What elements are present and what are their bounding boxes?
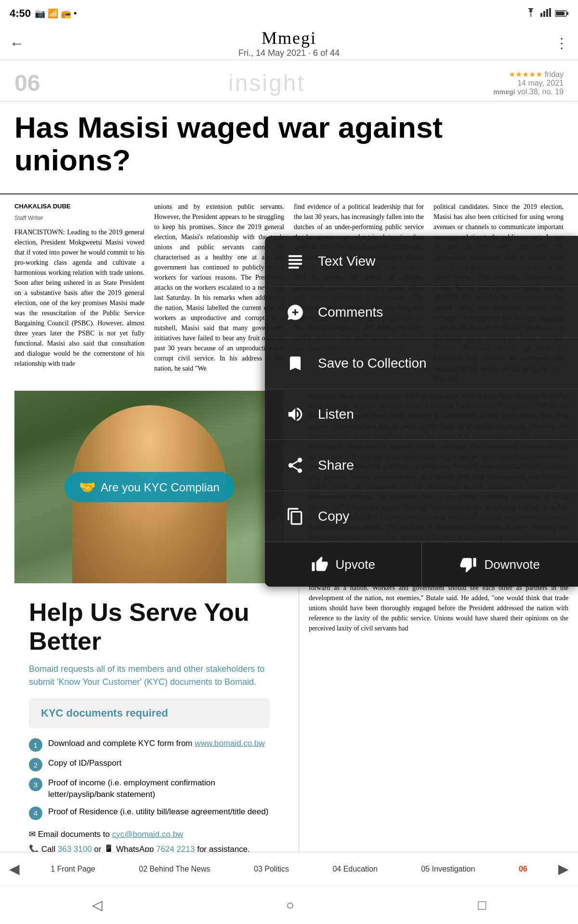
svg-rect-8 <box>288 255 302 257</box>
page-tab-1[interactable]: 1 Front Page <box>47 862 99 876</box>
bookmark-icon <box>284 352 306 374</box>
copy-icon <box>284 505 306 527</box>
share-label: Share <box>318 458 354 473</box>
kyc-item-2: Copy of ID/Passport <box>48 757 121 769</box>
kyc-section: Help Us Serve You Better Bomaid requests… <box>14 583 284 866</box>
svg-rect-6 <box>556 12 565 15</box>
downvote-button[interactable]: Downvote <box>422 542 578 587</box>
headline-section: Has Masisi waged war against unions? <box>0 102 578 194</box>
pub-name: mmegi <box>493 88 515 96</box>
kyc-email-line: ✉ Email documents to cyc@bomaid.co.bw <box>29 827 270 842</box>
article-headline: Has Masisi waged war against unions? <box>14 111 564 177</box>
svg-rect-3 <box>546 9 548 17</box>
page-tab-6[interactable]: 06 <box>515 862 531 876</box>
svg-rect-4 <box>549 8 551 17</box>
android-nav: ◁ ○ □ <box>0 886 578 924</box>
page-tab-2[interactable]: 02 Behind The News <box>135 862 214 876</box>
battery-icon <box>555 7 568 20</box>
dropdown-menu: Text View Comments Save to Collection <box>265 236 578 587</box>
svg-point-0 <box>530 15 532 16</box>
author-name: CHAKALISA DUBE <box>14 202 144 211</box>
article-col-1: CHAKALISA DUBE Staff Writer FRANCISTOWN:… <box>14 202 144 384</box>
page-tab-3[interactable]: 03 Politics <box>250 862 293 876</box>
kyc-headline: Help Us Serve You Better <box>29 598 270 655</box>
status-left: 4:50 📷 📶 📻 • <box>10 7 77 20</box>
kyc-email-link[interactable]: cyc@bomaid.co.bw <box>112 830 184 839</box>
list-item: 3 Proof of income (i.e. employment confi… <box>29 777 270 800</box>
list-item: 2 Copy of ID/Passport <box>29 757 270 771</box>
kyc-banner-text: Are you KYC Complian <box>101 480 220 494</box>
top-nav: ← Mmegi Fri., 14 May 2021 · 6 of 44 ⋮ <box>0 26 578 60</box>
kyc-banner: 🤝 Are you KYC Complian <box>65 472 234 502</box>
page-tab-5[interactable]: 05 Investigation <box>417 862 479 876</box>
list-item: 4 Proof of Residence (i.e. utility bill/… <box>29 806 270 820</box>
list-icon <box>284 250 306 272</box>
kyc-subtitle: Bomaid requests all of its members and o… <box>29 663 270 689</box>
day-label: friday <box>545 70 564 78</box>
page-meta: ★★★★★ friday 14 may, 2021 mmegi vol.38, … <box>493 70 564 96</box>
page-tab-4[interactable]: 04 Education <box>328 862 381 876</box>
upvote-label: Upvote <box>336 557 375 572</box>
signal-icon <box>540 7 551 20</box>
lower-left: 🤝 Are you KYC Complian Help Us Serve You… <box>0 391 299 866</box>
menu-item-text-view[interactable]: Text View <box>265 236 578 287</box>
listen-label: Listen <box>318 407 354 422</box>
status-icons: 📷 📶 📻 • <box>35 8 77 19</box>
article-image: 🤝 Are you KYC Complian <box>14 391 284 583</box>
list-item: 1 Download and complete KYC form from ww… <box>29 738 270 752</box>
menu-item-comments[interactable]: Comments <box>265 287 578 338</box>
status-bar: 4:50 📷 📶 📻 • <box>0 0 578 26</box>
time: 4:50 <box>10 7 31 20</box>
app-subtitle: Fri., 14 May 2021 · 6 of 44 <box>39 48 539 58</box>
comments-label: Comments <box>318 305 383 320</box>
menu-item-listen[interactable]: Listen <box>265 389 578 440</box>
kyc-item-4: Proof of Residence (i.e. utility bill/le… <box>48 806 268 818</box>
downvote-label: Downvote <box>484 557 540 572</box>
app-title: Mmegi <box>39 28 539 48</box>
back-button[interactable]: ← <box>10 35 39 51</box>
svg-rect-10 <box>288 263 302 265</box>
bottom-nav: ◀ 1 Front Page 02 Behind The News 03 Pol… <box>0 852 578 886</box>
date-label: 14 may, 2021 <box>493 79 564 88</box>
comment-plus-icon <box>284 301 306 323</box>
save-collection-label: Save to Collection <box>318 356 427 371</box>
android-home-button[interactable]: ○ <box>286 898 294 913</box>
prev-page-button[interactable]: ◀ <box>0 852 29 886</box>
next-page-button[interactable]: ▶ <box>549 852 578 886</box>
android-recent-button[interactable]: □ <box>478 898 486 913</box>
kyc-link[interactable]: www.bomaid.co.bw <box>195 739 265 748</box>
svg-rect-2 <box>543 11 545 17</box>
kyc-box-title: KYC documents required <box>41 707 258 719</box>
kyc-box: KYC documents required <box>29 698 270 728</box>
status-right <box>525 7 568 20</box>
menu-item-save-collection[interactable]: Save to Collection <box>265 338 578 389</box>
svg-rect-1 <box>540 13 542 17</box>
page-number: 06 <box>14 70 40 96</box>
svg-rect-9 <box>288 259 302 261</box>
vote-row: Upvote Downvote <box>265 542 578 587</box>
kyc-item-3: Proof of income (i.e. employment confirm… <box>48 777 270 800</box>
page-section: insight <box>228 70 305 96</box>
android-back-button[interactable]: ◁ <box>92 897 103 913</box>
upvote-button[interactable]: Upvote <box>265 542 422 587</box>
svg-rect-11 <box>288 267 299 269</box>
article-text-1: FRANCISTOWN: Leading to the 2019 general… <box>14 227 144 369</box>
nav-title-block: Mmegi Fri., 14 May 2021 · 6 of 44 <box>39 28 539 58</box>
pub-info: vol.38, no. 19 <box>517 88 564 96</box>
volume-icon <box>284 403 306 425</box>
more-button[interactable]: ⋮ <box>539 35 568 51</box>
kyc-list: 1 Download and complete KYC form from ww… <box>29 738 270 820</box>
rating-stars: ★★★★★ <box>509 70 542 78</box>
wifi-icon <box>525 7 537 20</box>
menu-item-share[interactable]: Share <box>265 440 578 491</box>
page-tabs: 1 Front Page 02 Behind The News 03 Polit… <box>29 862 549 876</box>
svg-rect-7 <box>567 12 568 15</box>
text-view-label: Text View <box>318 254 375 269</box>
menu-item-copy[interactable]: Copy <box>265 491 578 542</box>
page-header: 06 insight ★★★★★ friday 14 may, 2021 mme… <box>0 60 578 102</box>
author-role: Staff Writer <box>14 214 144 222</box>
share-icon <box>284 454 306 476</box>
copy-label: Copy <box>318 509 349 524</box>
heart-icon: 🤝 <box>79 479 96 495</box>
